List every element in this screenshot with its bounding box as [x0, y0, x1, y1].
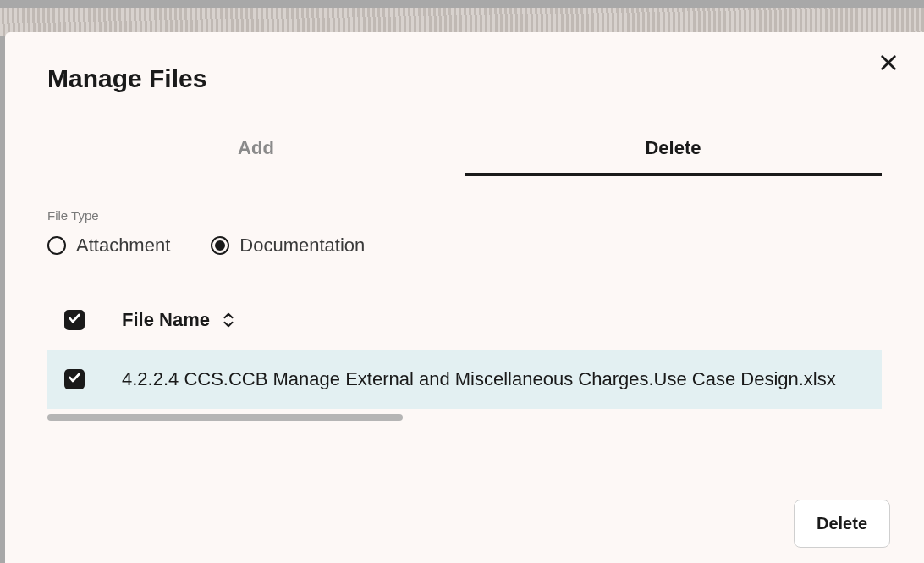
tab-add-label: Add [238, 137, 274, 158]
file-table: File Name [47, 302, 882, 422]
row-checkbox[interactable] [64, 369, 85, 389]
horizontal-scrollbar[interactable] [47, 414, 882, 422]
close-button[interactable] [877, 52, 900, 76]
manage-files-modal: Manage Files Add Delete File Type Attach… [5, 32, 924, 563]
radio-documentation-label: Documentation [239, 235, 365, 257]
modal-inner: Manage Files Add Delete File Type Attach… [5, 32, 924, 563]
radio-dot-icon [215, 240, 225, 251]
select-all-checkbox[interactable] [64, 310, 85, 330]
tab-delete[interactable]: Delete [465, 127, 882, 176]
table-header: File Name [47, 302, 882, 350]
sort-icon [222, 312, 235, 328]
tab-add[interactable]: Add [47, 127, 465, 176]
radio-icon [211, 236, 229, 255]
column-header-filename[interactable]: File Name [122, 309, 235, 331]
row-filename: 4.2.2.4 CCS.CCB Manage External and Misc… [122, 368, 836, 390]
delete-button-label: Delete [817, 514, 867, 533]
tab-bar: Add Delete [47, 127, 882, 176]
modal-title: Manage Files [47, 64, 882, 93]
check-icon [68, 312, 81, 328]
tab-delete-label: Delete [645, 137, 701, 158]
file-type-radio-group: Attachment Documentation [47, 235, 882, 257]
delete-button[interactable]: Delete [794, 500, 890, 548]
check-icon [68, 371, 81, 388]
close-icon [879, 53, 898, 75]
scrollbar-thumb[interactable] [47, 414, 403, 421]
radio-documentation[interactable]: Documentation [211, 235, 365, 257]
modal-footer: Delete [794, 500, 890, 548]
column-header-label: File Name [122, 309, 210, 331]
radio-attachment[interactable]: Attachment [47, 235, 170, 257]
radio-attachment-label: Attachment [76, 235, 170, 257]
table-row[interactable]: 4.2.2.4 CCS.CCB Manage External and Misc… [47, 350, 882, 409]
radio-icon [47, 236, 66, 255]
file-type-label: File Type [47, 208, 882, 223]
